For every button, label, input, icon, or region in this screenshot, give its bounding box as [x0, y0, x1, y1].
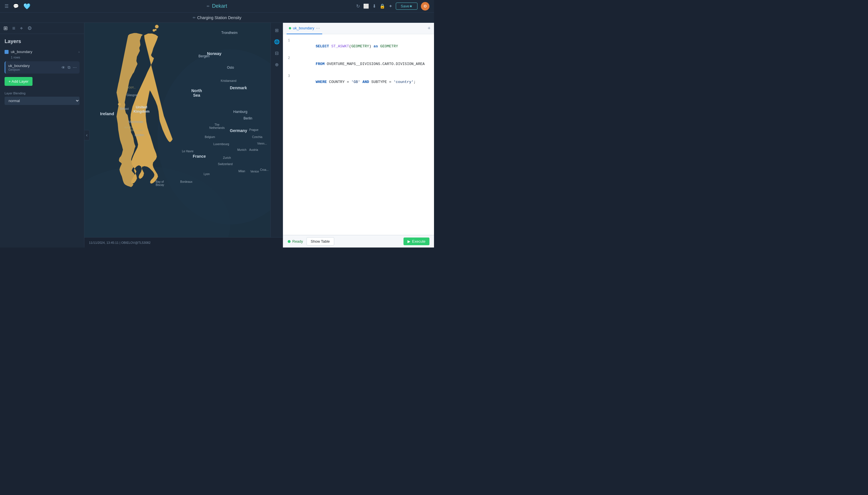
- layer-item: uk_boundary Geojson 👁 ⧉ ⋯: [4, 61, 80, 73]
- tool-crosshair-icon[interactable]: ⊕: [272, 59, 282, 70]
- layer-group-name: uk_boundary: [11, 50, 76, 54]
- map-tools: ⊞ 🌐 ⊟ ⊕: [270, 23, 283, 248]
- execute-label: Execute: [412, 239, 425, 243]
- sidebar-tab-cursor[interactable]: ⌖: [20, 25, 23, 31]
- blend-select[interactable]: normal: [4, 97, 80, 105]
- tool-layers-icon[interactable]: ⊞: [272, 25, 282, 35]
- layer-group[interactable]: uk_boundary ›: [4, 48, 80, 56]
- tab-menu-icon[interactable]: ⋯: [316, 26, 320, 31]
- line-num-3: 3: [283, 73, 293, 79]
- eye-icon[interactable]: 👁: [61, 65, 65, 70]
- layer-item-type: Geojson: [8, 68, 59, 71]
- layer-dot: [4, 50, 8, 54]
- sidebar: ⊞ ≡ ⌖ ⚙ Layers uk_boundary › 1 rows uk_b…: [0, 23, 84, 248]
- menu-icon[interactable]: ☰: [4, 3, 8, 9]
- svg-point-8: [118, 103, 121, 105]
- sidebar-tab-settings[interactable]: ⚙: [28, 25, 32, 31]
- code-tab-label: uk_boundary: [293, 26, 314, 30]
- execute-button[interactable]: ▶ Execute: [404, 238, 429, 245]
- layer-rows: 1 rows: [11, 56, 80, 59]
- refresh-icon[interactable]: ↻: [356, 3, 360, 9]
- chat-icon[interactable]: 💬: [13, 3, 19, 9]
- add-layer-button[interactable]: + Add Layer: [4, 77, 33, 86]
- line-num-1: 1: [283, 38, 293, 43]
- avatar[interactable]: O: [421, 2, 429, 11]
- code-editor-tabs: uk_boundary ⋯ +: [283, 23, 434, 34]
- line-num-2: 2: [283, 56, 293, 61]
- code-tab-uk-boundary[interactable]: uk_boundary ⋯: [287, 23, 322, 34]
- pencil-icon: ✏: [207, 4, 209, 8]
- copy-icon[interactable]: ⧉: [68, 65, 70, 70]
- map-area[interactable]: Trondheim Bergen Norway Oslo Kristiansan…: [84, 23, 283, 248]
- code-line-1: 1 SELECT ST_ASWKT(GEOMETRY) as GEOMETRY: [283, 38, 434, 55]
- layers-title: Layers: [4, 38, 80, 45]
- map-subtitle: Charging Station Density: [197, 15, 241, 20]
- collapse-button[interactable]: ‹: [84, 130, 89, 140]
- layer-item-actions: 👁 ⧉ ⋯: [61, 65, 77, 70]
- pencil-small-icon: ✏: [193, 16, 195, 20]
- tool-globe-icon[interactable]: 🌐: [272, 36, 282, 47]
- lock-icon[interactable]: 🔒: [379, 3, 385, 9]
- tool-table-icon[interactable]: ⊟: [272, 48, 282, 58]
- header: ☰ 💬 🩵 ✏ Dekart ↻ ⬜ ⬇ 🔒 ✦ Save★ O: [0, 0, 434, 13]
- code-editor[interactable]: 1 SELECT ST_ASWKT(GEOMETRY) as GEOMETRY …: [283, 34, 434, 235]
- layer-blending-section: Layer Blending normal: [4, 91, 80, 105]
- status-dot: [288, 240, 291, 243]
- bottom-bar: 11/11/2024, 13:45:11 | OBIELOV@TL53082: [84, 237, 283, 248]
- subtitle-bar: ✏ Charging Station Density: [0, 13, 434, 23]
- sidebar-content: Layers uk_boundary › 1 rows uk_boundary …: [0, 34, 84, 248]
- status-bar: Ready Show Table ▶ Execute: [283, 235, 434, 248]
- execute-play-icon: ▶: [408, 239, 410, 243]
- header-right: ↻ ⬜ ⬇ 🔒 ✦ Save★ O: [356, 2, 429, 11]
- app-title: Dekart: [212, 3, 227, 9]
- tab-active-dot: [289, 27, 291, 29]
- more-icon[interactable]: ⋯: [73, 65, 77, 70]
- save-button[interactable]: Save★: [396, 3, 418, 10]
- sidebar-tabs: ⊞ ≡ ⌖ ⚙: [0, 23, 84, 34]
- map-svg: [84, 23, 283, 248]
- main-layout: ⊞ ≡ ⌖ ⚙ Layers uk_boundary › 1 rows uk_b…: [0, 23, 434, 248]
- code-content-1: SELECT ST_ASWKT(GEOMETRY) as GEOMETRY: [293, 38, 398, 55]
- monitor-icon[interactable]: ⬜: [363, 3, 369, 9]
- download-icon[interactable]: ⬇: [372, 3, 376, 9]
- code-content-3: WHERE COUNTRY = 'GB' AND SUBTYPE = 'coun…: [293, 73, 416, 91]
- code-content-2: FROM OVERTURE_MAPS__DIVISIONS.CARTO.DIVI…: [293, 55, 425, 73]
- status-ready-label: Ready: [292, 239, 303, 243]
- layer-blending-label: Layer Blending: [4, 91, 80, 95]
- sidebar-tab-filter[interactable]: ≡: [12, 25, 15, 31]
- timestamp-label: 11/11/2024, 13:45:11 | OBIELOV@TL53082: [89, 241, 151, 244]
- layer-item-name: uk_boundary: [8, 64, 59, 68]
- show-table-button[interactable]: Show Table: [307, 237, 334, 245]
- svg-point-7: [155, 29, 156, 31]
- status-ready: Ready: [288, 239, 303, 243]
- header-left: ☰ 💬 🩵: [4, 3, 31, 10]
- code-line-3: 3 WHERE COUNTRY = 'GB' AND SUBTYPE = 'co…: [283, 73, 434, 91]
- share-icon[interactable]: ✦: [389, 3, 392, 9]
- svg-point-5: [155, 25, 158, 28]
- code-panel: uk_boundary ⋯ + 1 SELECT ST_ASWKT(GEOMET…: [283, 23, 434, 248]
- layer-arrow-icon: ›: [79, 50, 80, 54]
- header-center: ✏ Dekart: [207, 3, 227, 9]
- add-tab-button[interactable]: +: [427, 25, 430, 31]
- sidebar-tab-layers[interactable]: ⊞: [3, 25, 8, 31]
- code-line-2: 2 FROM OVERTURE_MAPS__DIVISIONS.CARTO.DI…: [283, 55, 434, 73]
- svg-point-6: [153, 29, 155, 31]
- layer-item-info: uk_boundary Geojson: [8, 64, 59, 71]
- heart-icon[interactable]: 🩵: [23, 3, 31, 10]
